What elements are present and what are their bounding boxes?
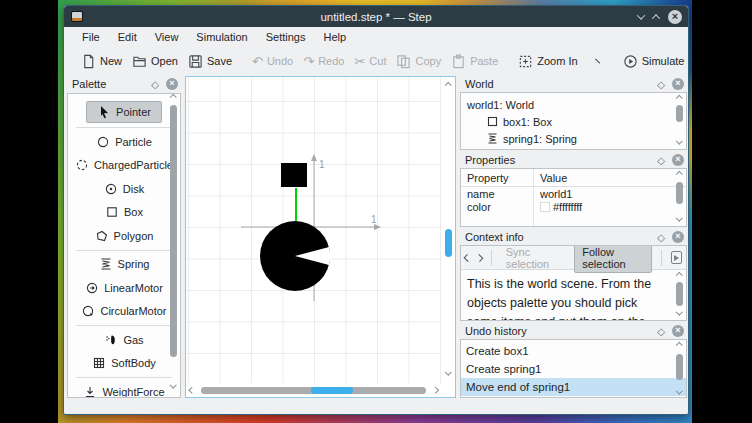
new-button[interactable]: New <box>76 51 127 72</box>
titlebar[interactable]: untitled.step * — Step × <box>64 6 688 27</box>
palette-scrollbar[interactable] <box>168 78 180 396</box>
scroll-up-icon[interactable] <box>170 94 176 100</box>
toolbar: New Open Save ↶ Undo ↷ Redo ✂ Cut <box>64 47 688 75</box>
palette-item-spring[interactable]: Spring <box>68 253 180 277</box>
scrollbar-thumb[interactable] <box>445 229 452 257</box>
table-row-color[interactable]: color #ffffffff <box>461 201 686 215</box>
context-scrollbar[interactable] <box>674 271 686 319</box>
redo-button[interactable]: ↷ Redo <box>298 52 349 71</box>
palette-item-particle[interactable]: Particle <box>68 130 180 154</box>
float-panel-icon[interactable]: ◇ <box>657 232 665 243</box>
back-icon[interactable] <box>464 254 472 262</box>
column-value[interactable]: Value <box>534 172 567 184</box>
canvas-horizontal-scrollbar[interactable] <box>186 383 441 397</box>
scroll-up-icon[interactable] <box>445 82 451 88</box>
table-header-row[interactable]: Property Value <box>461 169 686 187</box>
scrollbar-thumb[interactable] <box>676 182 683 204</box>
table-row-clipped[interactable] <box>461 214 686 227</box>
table-row-name[interactable]: name world1 <box>461 187 686 201</box>
undo-button[interactable]: ↶ Undo <box>247 52 298 71</box>
scroll-up-icon[interactable] <box>676 272 682 278</box>
scene-drawing-area[interactable]: 1 1 <box>186 77 442 383</box>
open-button[interactable]: Open <box>127 51 183 72</box>
scroll-right-icon[interactable] <box>432 387 438 393</box>
scroll-down-icon[interactable] <box>676 214 682 220</box>
menu-edit[interactable]: Edit <box>110 29 145 45</box>
undo-scrollbar[interactable] <box>674 341 686 396</box>
close-panel-icon[interactable]: × <box>672 154 684 166</box>
scroll-left-icon[interactable] <box>189 387 195 393</box>
simulate-button[interactable]: Simulate <box>618 51 689 72</box>
palette-item-polygon[interactable]: Polygon <box>68 224 180 248</box>
properties-scrollbar[interactable] <box>674 170 686 225</box>
scroll-down-icon[interactable] <box>676 137 682 143</box>
menu-file[interactable]: File <box>74 29 108 45</box>
scroll-down-icon[interactable] <box>676 387 682 393</box>
scroll-up-icon[interactable] <box>676 342 682 348</box>
menu-view[interactable]: View <box>147 29 187 45</box>
open-in-browser-icon[interactable] <box>671 251 682 264</box>
scrollbar-track[interactable] <box>201 387 426 394</box>
scroll-down-icon[interactable] <box>170 381 176 387</box>
x-axis-tick-label: 1 <box>371 214 377 225</box>
scrollbar-thumb[interactable] <box>311 387 353 394</box>
scroll-down-icon[interactable] <box>676 308 682 314</box>
scroll-down-icon[interactable] <box>445 368 451 374</box>
scrollbar-thumb[interactable] <box>676 354 683 380</box>
palette-item-disk[interactable]: Disk <box>68 177 180 201</box>
save-button[interactable]: Save <box>183 51 237 72</box>
tree-item-box1[interactable]: box1: Box <box>461 113 686 130</box>
scrollbar-thumb[interactable] <box>170 105 177 357</box>
palette-item-weightforce[interactable]: WeightForce <box>68 380 180 398</box>
close-panel-icon[interactable]: × <box>672 231 684 243</box>
undo-history-panel: Undo history ◇ × Create box1 Create spri… <box>460 323 687 398</box>
zoom-in-button[interactable]: Zoom In <box>513 51 582 72</box>
column-property[interactable]: Property <box>461 169 534 186</box>
world-scrollbar[interactable] <box>674 94 686 148</box>
palette-item-linearmotor[interactable]: LinearMotor <box>68 276 180 300</box>
palette-item-gas[interactable]: Gas <box>68 328 180 352</box>
world-scene-canvas[interactable]: 1 1 <box>185 76 456 398</box>
menu-settings[interactable]: Settings <box>258 29 314 45</box>
scrollbar-track[interactable] <box>445 91 452 369</box>
undo-item-move-end-of-spring1[interactable]: Move end of spring1 <box>461 378 686 396</box>
forward-icon[interactable] <box>476 254 484 262</box>
scroll-up-icon[interactable] <box>676 171 682 177</box>
palette-item-softbody[interactable]: SoftBody <box>68 352 180 376</box>
float-panel-icon[interactable]: ◇ <box>151 79 159 90</box>
menu-simulation[interactable]: Simulation <box>188 29 255 45</box>
maximize-icon[interactable] <box>652 14 660 22</box>
palette-item-chargedparticle[interactable]: ChargedParticle <box>68 154 180 178</box>
sync-selection-button[interactable]: Sync selection <box>501 245 567 272</box>
cut-button[interactable]: ✂ Cut <box>349 52 391 71</box>
properties-title: Properties <box>465 154 657 166</box>
toolbar-expand-icon[interactable] <box>595 59 600 64</box>
scrollbar-thumb[interactable] <box>676 105 683 122</box>
polygon-icon <box>95 229 109 243</box>
linear-motor-icon <box>85 281 99 295</box>
float-panel-icon[interactable]: ◇ <box>657 155 665 166</box>
palette-item-box[interactable]: Box <box>68 201 180 225</box>
box1-object[interactable] <box>281 163 307 187</box>
disk-icon <box>104 182 118 196</box>
float-panel-icon[interactable]: ◇ <box>657 326 665 337</box>
palette-item-pointer[interactable]: Pointer <box>68 99 180 125</box>
follow-selection-button[interactable]: Follow selection <box>574 245 652 273</box>
undo-item-create-box1[interactable]: Create box1 <box>461 342 686 360</box>
canvas-vertical-scrollbar[interactable] <box>441 77 455 383</box>
scrollbar-thumb[interactable] <box>676 282 683 306</box>
undo-item-create-spring1[interactable]: Create spring1 <box>461 360 686 378</box>
tree-item-world1[interactable]: world1: World <box>461 96 686 113</box>
float-panel-icon[interactable]: ◇ <box>657 79 665 90</box>
scene-svg: 1 1 <box>186 77 442 383</box>
minimize-icon[interactable] <box>637 11 645 19</box>
scroll-up-icon[interactable] <box>676 95 682 101</box>
close-icon[interactable]: × <box>668 10 682 24</box>
close-panel-icon[interactable]: × <box>672 78 684 90</box>
paste-button[interactable]: Paste <box>446 51 503 72</box>
copy-button[interactable]: Copy <box>391 51 446 72</box>
tree-item-spring1[interactable]: spring1: Spring <box>461 130 686 147</box>
palette-item-circularmotor[interactable]: CircularMotor <box>68 300 180 324</box>
menu-help[interactable]: Help <box>315 29 354 45</box>
close-panel-icon[interactable]: × <box>672 325 684 337</box>
